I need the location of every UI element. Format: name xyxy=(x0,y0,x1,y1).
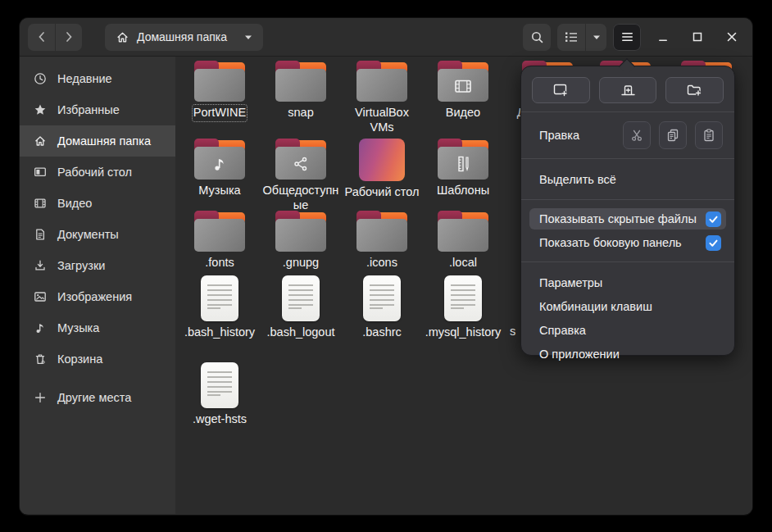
path-bar-button[interactable]: Домашняя папка xyxy=(105,24,263,51)
path-label: Домашняя папка xyxy=(137,30,227,43)
new-tab-button[interactable] xyxy=(599,77,657,103)
list-view-button[interactable] xyxy=(557,24,585,51)
menu-item-label: Справка xyxy=(539,324,586,337)
grid-item-folder-snap[interactable]: snap xyxy=(261,61,341,120)
folder-icon xyxy=(438,211,488,252)
checkbox-checked-icon[interactable] xyxy=(706,235,721,251)
close-button[interactable] xyxy=(720,25,744,49)
menu-item-preferences[interactable]: Параметры xyxy=(521,271,734,294)
grid-item-folder-local[interactable]: .local xyxy=(423,211,503,271)
picture-icon xyxy=(33,290,47,304)
grid-item-file-bashrc[interactable]: .bashrc xyxy=(342,275,422,340)
menu-item-label: О приложении xyxy=(539,348,620,361)
menu-item-label: Параметры xyxy=(539,276,602,289)
minimize-icon xyxy=(658,32,668,42)
clock-icon xyxy=(33,72,47,86)
text-file-icon xyxy=(363,275,401,321)
copy-button[interactable] xyxy=(659,121,687,149)
templates-emblem-icon xyxy=(438,148,488,180)
grid-item-folder-gnupg[interactable]: .gnupg xyxy=(261,211,341,271)
grid-item-folder-virtualbox[interactable]: VirtualBox VMs xyxy=(342,61,422,134)
share-emblem-icon xyxy=(275,148,326,180)
home-icon xyxy=(33,134,47,148)
text-file-icon xyxy=(444,275,482,321)
desktop-folder-icon xyxy=(359,139,405,181)
grid-item-folder-fonts[interactable]: .fonts xyxy=(179,211,260,271)
menu-item-about[interactable]: О приложении xyxy=(521,342,734,366)
folder-icon xyxy=(356,211,407,252)
forward-button[interactable] xyxy=(55,24,82,51)
sidebar-item-label: Видео xyxy=(57,197,92,210)
sidebar-item-label: Изображения xyxy=(57,290,132,303)
menu-separator xyxy=(521,261,734,262)
grid-item-folder-desktop[interactable]: Рабочий стол xyxy=(342,139,422,200)
paste-button[interactable] xyxy=(695,121,723,149)
grid-item-folder-videos[interactable]: Видео xyxy=(423,61,503,120)
sidebar-item-recent[interactable]: Недавние xyxy=(20,63,175,94)
search-icon xyxy=(530,30,544,44)
maximize-icon xyxy=(693,32,702,42)
grid-item-folder-icons[interactable]: .icons xyxy=(342,211,422,271)
grid-item-folder-portwine[interactable]: PortWINE xyxy=(179,61,260,120)
music-note-icon xyxy=(33,321,47,335)
grid-item-file-bash-history[interactable]: .bash_history xyxy=(179,275,260,340)
file-label: VirtualBox VMs xyxy=(343,106,420,134)
caret-down-icon xyxy=(593,34,601,40)
toggle-label: Показать боковую панель xyxy=(539,236,682,249)
sidebar-item-trash[interactable]: Корзина xyxy=(20,343,175,375)
file-label: .gnupg xyxy=(283,256,319,271)
plus-icon xyxy=(33,391,47,405)
close-icon xyxy=(727,32,737,42)
sidebar-item-documents[interactable]: Документы xyxy=(20,219,175,250)
sidebar-item-label: Документы xyxy=(57,228,119,241)
sidebar-item-starred[interactable]: Избранные xyxy=(20,94,175,125)
grid-item-file-bash-logout[interactable]: .bash_logout xyxy=(261,275,341,340)
menu-action-row xyxy=(532,77,724,103)
cut-button[interactable] xyxy=(623,121,651,149)
hamburger-menu-button[interactable] xyxy=(613,24,641,51)
menu-item-help[interactable]: Справка xyxy=(521,318,734,342)
grid-item-folder-public[interactable]: Общедоступные xyxy=(261,139,341,212)
sidebar-item-home[interactable]: Домашняя папка xyxy=(20,125,175,157)
sidebar-item-other-places[interactable]: Другие места xyxy=(20,382,175,413)
menu-item-keyboard-shortcuts[interactable]: Комбинации клавиш xyxy=(521,294,734,318)
sidebar-item-label: Загрузки xyxy=(57,259,105,272)
file-label: Общедоступные xyxy=(262,184,339,212)
grid-item-file-wget-hsts[interactable]: .wget-hsts xyxy=(179,362,260,427)
menu-edit-row: Правка xyxy=(521,120,723,150)
maximize-button[interactable] xyxy=(685,25,710,49)
grid-item-file-mysql-history[interactable]: .mysql_history xyxy=(423,275,503,340)
menu-toggle-show-hidden-files[interactable]: Показывать скрытые файлы xyxy=(529,208,726,230)
sidebar-item-pictures[interactable]: Изображения xyxy=(20,281,175,312)
sidebar-item-music[interactable]: Музыка xyxy=(20,312,175,343)
document-icon xyxy=(33,228,47,242)
folder-icon xyxy=(275,211,326,252)
search-button[interactable] xyxy=(523,24,551,51)
folder-icon xyxy=(275,139,326,180)
hamburger-icon xyxy=(621,32,633,42)
menu-item-select-all[interactable]: Выделить всё xyxy=(521,167,734,191)
headerbar: Домашняя папка xyxy=(20,18,752,57)
sidebar-item-videos[interactable]: Видео xyxy=(20,188,175,219)
new-folder-icon xyxy=(687,84,702,97)
menu-separator xyxy=(521,158,734,159)
menu-toggle-show-sidebar[interactable]: Показать боковую панель xyxy=(529,232,726,253)
view-options-caret-button[interactable] xyxy=(585,24,606,51)
checkbox-checked-icon[interactable] xyxy=(706,211,721,227)
minimize-button[interactable] xyxy=(651,25,675,49)
grid-item-folder-templates[interactable]: Шаблоны xyxy=(423,139,503,198)
new-folder-button[interactable] xyxy=(665,77,724,103)
sidebar-item-label: Домашняя папка xyxy=(57,134,151,148)
sidebar-item-label: Корзина xyxy=(57,352,102,366)
folder-icon xyxy=(356,61,407,102)
file-label: Видео xyxy=(446,106,480,120)
back-button[interactable] xyxy=(28,24,55,51)
sidebar-item-downloads[interactable]: Загрузки xyxy=(20,250,175,281)
new-window-button[interactable] xyxy=(532,77,590,103)
file-label: .wget-hsts xyxy=(193,412,247,427)
menu-item-label: Выделить всё xyxy=(539,173,616,186)
list-view-icon xyxy=(565,31,578,43)
grid-item-folder-music[interactable]: Музыка xyxy=(179,139,260,198)
folder-icon xyxy=(275,61,326,102)
sidebar-item-desktop[interactable]: Рабочий стол xyxy=(20,157,175,188)
